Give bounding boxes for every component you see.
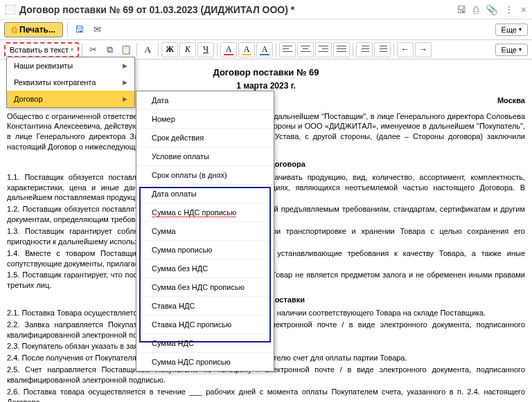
- attach-icon[interactable]: 📎: [486, 4, 497, 15]
- font-icon[interactable]: A: [140, 42, 155, 57]
- submenu-sum-words[interactable]: Сумма прописью: [136, 241, 274, 259]
- menu-our-details[interactable]: Наши реквизиты ▶: [7, 57, 134, 74]
- submenu-validity[interactable]: Срок действия: [136, 129, 274, 147]
- print-button-label: Печать...: [19, 25, 55, 35]
- submenu-vat-rate-words[interactable]: Ставка НДС прописью: [136, 316, 274, 334]
- numbered-list-button[interactable]: [374, 42, 391, 57]
- submenu-pay-cond[interactable]: Условие оплаты: [136, 147, 274, 166]
- chevron-right-icon: ▶: [123, 62, 127, 69]
- submenu-pay-date[interactable]: Дата оплаты: [136, 185, 274, 203]
- submenu-date[interactable]: Дата: [136, 91, 274, 110]
- chevron-down-icon: ▾: [519, 46, 522, 53]
- submenu-sum-vat-words[interactable]: Сумма с НДС прописью: [136, 203, 274, 222]
- cut-icon[interactable]: ✂: [85, 42, 100, 57]
- submenu-vat-rate[interactable]: Ставка НДС: [136, 297, 274, 316]
- chevron-right-icon: ▶: [123, 95, 127, 102]
- copy-icon[interactable]: ⧉: [102, 42, 117, 57]
- send-icon[interactable]: ✉: [90, 22, 105, 37]
- print-button[interactable]: ⎙ Печать...: [4, 22, 63, 37]
- window-title: Договор поставки № 69 от 01.03.2023 (ДИД…: [19, 4, 456, 15]
- text-color-button[interactable]: А: [256, 42, 273, 57]
- bold-button[interactable]: Ж: [161, 42, 178, 57]
- align-justify-button[interactable]: [333, 42, 350, 57]
- toolbar-main: ⎙ Печать... 🖫 ✉ Еще ▾: [0, 19, 532, 40]
- align-left-button[interactable]: [279, 42, 296, 57]
- print-header-icon[interactable]: ⎙: [473, 4, 479, 15]
- insert-text-button[interactable]: Вставить в текст ▾: [4, 42, 79, 57]
- submenu-sum-novat[interactable]: Сумма без НДС: [136, 259, 274, 278]
- menu-contract[interactable]: Договор ▶: [7, 91, 134, 107]
- chevron-right-icon: ▶: [123, 79, 127, 86]
- font-color-button[interactable]: А: [220, 42, 237, 57]
- close-icon[interactable]: ×: [521, 4, 526, 15]
- submenu-sum[interactable]: Сумма: [136, 222, 274, 241]
- indent-out-button[interactable]: ←: [397, 42, 414, 57]
- bullet-list-button[interactable]: [356, 42, 373, 57]
- indent-in-button[interactable]: →: [415, 42, 432, 57]
- highlight-button[interactable]: А: [238, 42, 255, 57]
- more-button-1[interactable]: Еще ▾: [495, 24, 528, 36]
- insert-menu: Наши реквизиты ▶ Реквизиты контрагента ▶…: [6, 57, 135, 108]
- save-icon[interactable]: 🖫: [72, 22, 87, 37]
- align-center-button[interactable]: [297, 42, 314, 57]
- chevron-down-icon: ▾: [519, 26, 522, 33]
- paste-icon[interactable]: 📋: [118, 42, 134, 57]
- submenu-pay-term[interactable]: Срок оплаты (в днях): [136, 166, 274, 185]
- align-right-button[interactable]: [315, 42, 332, 57]
- menu-counterparty-details[interactable]: Реквизиты контрагента ▶: [7, 74, 134, 91]
- more-button-2[interactable]: Еще ▾: [495, 44, 528, 56]
- submenu-sum-novat-words[interactable]: Сумма без НДС прописью: [136, 278, 274, 297]
- star-icon[interactable]: ☆: [6, 5, 15, 15]
- italic-button[interactable]: К: [179, 42, 196, 57]
- clause-2-6: 2.6. Поставка товара осуществляется в те…: [7, 387, 525, 402]
- submenu-vat-sum[interactable]: Сумма НДС: [136, 334, 274, 353]
- save-header-icon[interactable]: 🖫: [456, 4, 466, 15]
- submenu-vat-sum-words[interactable]: Сумма НДС прописью: [136, 353, 274, 371]
- submenu-number[interactable]: Номер: [136, 110, 274, 129]
- underline-button[interactable]: Ч: [197, 42, 214, 57]
- printer-icon: ⎙: [12, 25, 17, 35]
- chevron-down-icon: ▾: [71, 46, 73, 53]
- more-header-icon[interactable]: ⋮: [504, 4, 514, 15]
- contract-submenu: Дата Номер Срок действия Условие оплаты …: [136, 91, 274, 372]
